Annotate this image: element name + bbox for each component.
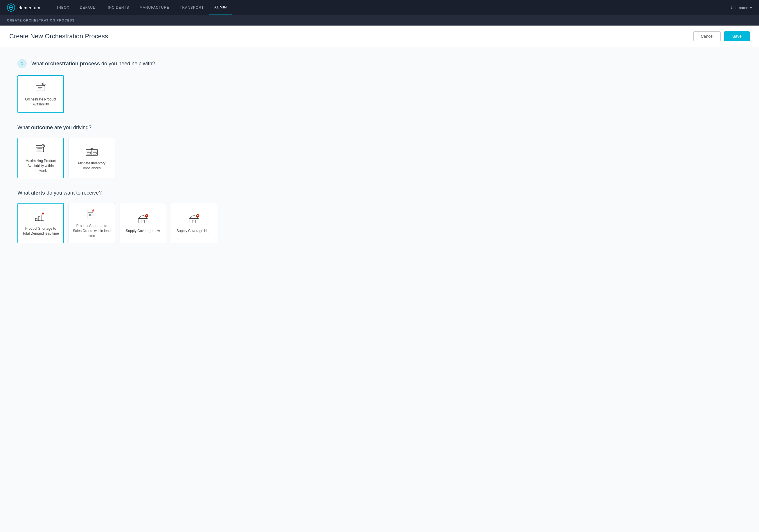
alert-options: Product Shortage to Total Demand lead ti… (18, 203, 741, 243)
option-orchestrate-product-availability[interactable]: Orchestrate Product Availability (18, 75, 64, 113)
header-actions: Cancel Save (693, 31, 750, 41)
nav-transport[interactable]: TRANSPORT (175, 0, 209, 15)
orchestration-options: Orchestrate Product Availability (18, 75, 741, 113)
supply-coverage-low-label: Supply Coverage Low (126, 228, 160, 233)
section-alerts: What alerts do you want to receive? (18, 190, 741, 243)
nav-user[interactable]: Username ▾ (731, 6, 752, 10)
mitigate-inventory-icon (85, 145, 99, 157)
svg-rect-22 (38, 217, 40, 221)
svg-rect-21 (35, 218, 37, 221)
nav-logo[interactable]: elementum (7, 4, 40, 12)
step-badge-1: 1 (18, 59, 27, 68)
username-label: Username (731, 6, 748, 10)
nav-inbox[interactable]: INBOX (52, 0, 75, 15)
logo-icon (7, 4, 15, 12)
orchestrate-product-availability-label: Orchestrate Product Availability (21, 97, 60, 107)
supply-coverage-high-label: Supply Coverage High (177, 228, 211, 233)
product-shortage-sales-icon: SO (85, 208, 99, 220)
outcome-options: Maximizing Product Availability within n… (18, 138, 741, 178)
svg-point-27 (43, 214, 43, 214)
logo-text: elementum (18, 5, 40, 10)
section-3-question: What alerts do you want to receive? (18, 190, 741, 196)
supply-coverage-low-icon (136, 213, 150, 225)
svg-rect-17 (87, 152, 91, 154)
cancel-button[interactable]: Cancel (693, 31, 721, 41)
nav-manufacture[interactable]: MANUFACTURE (135, 0, 175, 15)
svg-rect-23 (41, 215, 43, 221)
page-title: Create New Orchestration Process (9, 32, 108, 40)
maximizing-product-label: Maximizing Product Availability within n… (21, 159, 60, 173)
option-supply-coverage-low[interactable]: Supply Coverage Low (120, 203, 166, 243)
option-mitigate-inventory-imbalances[interactable]: Mitigate Inventory Imbalances (68, 138, 115, 178)
svg-rect-35 (139, 218, 147, 223)
main-content: 1 What orchestration process do you need… (0, 47, 759, 532)
breadcrumb: CREATE ORCHESTRATION PROCESS (0, 15, 759, 25)
svg-rect-40 (190, 218, 198, 223)
option-product-shortage-demand[interactable]: Product Shortage to Total Demand lead ti… (18, 203, 64, 243)
orchestrate-product-availability-icon (34, 81, 48, 94)
section-outcome: What outcome are you driving? Maximiz (18, 125, 741, 178)
mitigate-inventory-label: Mitigate Inventory Imbalances (72, 161, 111, 171)
section-1-question: 1 What orchestration process do you need… (18, 59, 741, 68)
option-supply-coverage-high[interactable]: Supply Coverage High (171, 203, 217, 243)
nav-default[interactable]: DEFAULT (75, 0, 102, 15)
supply-coverage-high-icon (187, 213, 201, 225)
svg-text:SO: SO (89, 214, 92, 216)
nav-admin[interactable]: ADMIN (209, 0, 232, 15)
option-maximizing-product-availability[interactable]: Maximizing Product Availability within n… (18, 138, 64, 178)
product-shortage-sales-label: Product Shortage to Sales Orders within … (72, 224, 111, 238)
section-orchestration-process: 1 What orchestration process do you need… (18, 59, 741, 113)
svg-rect-36 (141, 220, 144, 223)
top-navigation: elementum INBOX DEFAULT INCIDENTS MANUFA… (0, 0, 759, 15)
maximizing-product-icon (34, 143, 48, 155)
svg-rect-41 (192, 220, 196, 223)
page-header: Create New Orchestration Process Cancel … (0, 25, 759, 47)
product-shortage-demand-icon (34, 211, 48, 223)
save-button[interactable]: Save (724, 31, 750, 41)
nav-incidents[interactable]: INCIDENTS (102, 0, 135, 15)
section-2-question: What outcome are you driving? (18, 125, 741, 131)
svg-rect-18 (93, 152, 97, 154)
nav-items: INBOX DEFAULT INCIDENTS MANUFACTURE TRAN… (52, 0, 731, 15)
option-product-shortage-sales[interactable]: SO Product Shortage to Sales Orders with… (68, 203, 115, 243)
chevron-down-icon: ▾ (750, 6, 752, 10)
product-shortage-demand-label: Product Shortage to Total Demand lead ti… (21, 226, 60, 236)
